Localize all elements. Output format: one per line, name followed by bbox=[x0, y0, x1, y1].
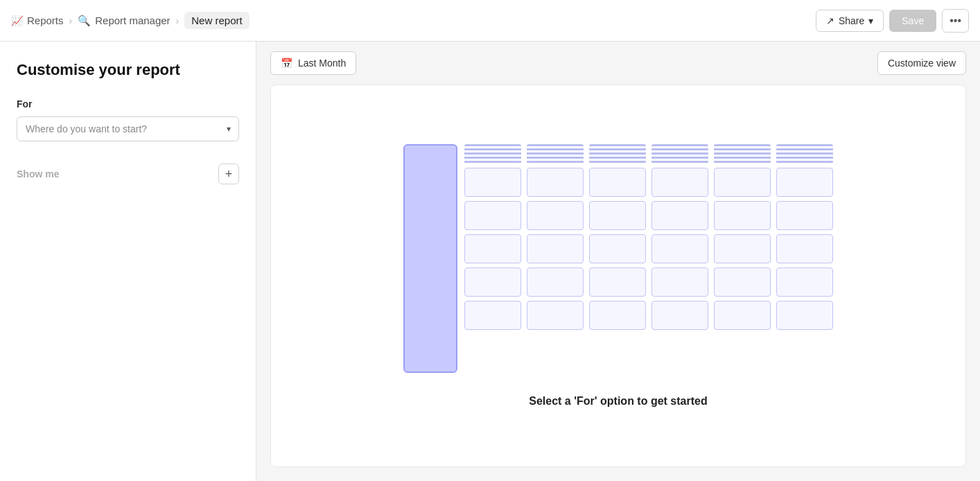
plus-icon: + bbox=[225, 167, 233, 182]
skeleton-cell-5-5 bbox=[714, 301, 771, 330]
skeleton-cell-2-6 bbox=[776, 201, 833, 230]
skeleton-cell-1-5 bbox=[714, 168, 771, 197]
app-header: 📈 Reports › 🔍 Report manager › New repor… bbox=[0, 0, 980, 42]
breadcrumb: 📈 Reports › 🔍 Report manager › New repor… bbox=[11, 12, 250, 29]
breadcrumb-sep-1: › bbox=[69, 15, 73, 26]
breadcrumb-sep-2: › bbox=[176, 15, 180, 26]
skeleton-cell-4-6 bbox=[776, 268, 833, 297]
skeleton-cell-5-6 bbox=[776, 301, 833, 330]
skeleton-cell-2-4 bbox=[651, 201, 708, 230]
skeleton-cell-5-1 bbox=[464, 301, 521, 330]
skeleton-cell-4-3 bbox=[589, 268, 646, 297]
skeleton-cell-5-3 bbox=[589, 301, 646, 330]
skeleton-header-2 bbox=[527, 144, 584, 164]
skeleton-header-4 bbox=[651, 144, 708, 164]
skeleton-cell-4-4 bbox=[651, 268, 708, 297]
skeleton-rest-cols bbox=[464, 144, 833, 373]
share-label: Share bbox=[839, 15, 864, 26]
reports-label: Reports bbox=[27, 15, 64, 26]
manager-icon: 🔍 bbox=[78, 15, 91, 27]
date-label: Last Month bbox=[298, 58, 346, 69]
skeleton-cell-1-4 bbox=[651, 168, 708, 197]
skeleton-header-3 bbox=[589, 144, 646, 164]
more-button[interactable]: ••• bbox=[942, 9, 969, 33]
skeleton-row-2 bbox=[464, 201, 833, 230]
share-button[interactable]: ↗ Share ▾ bbox=[816, 10, 884, 32]
skeleton-cell-2-2 bbox=[527, 201, 584, 230]
share-dropdown-icon: ▾ bbox=[868, 15, 873, 26]
show-me-label: Show me bbox=[17, 168, 59, 180]
for-label: For bbox=[17, 98, 239, 110]
date-filter-button[interactable]: 📅 Last Month bbox=[270, 51, 356, 75]
content-area: 📅 Last Month Customize view bbox=[256, 42, 980, 481]
skeleton-cell-3-6 bbox=[776, 234, 833, 263]
skeleton-cell-1-6 bbox=[776, 168, 833, 197]
skeleton-row-1 bbox=[464, 168, 833, 197]
skeleton-cell-2-1 bbox=[464, 201, 521, 230]
skeleton-cell-2-3 bbox=[589, 201, 646, 230]
add-show-me-button[interactable]: + bbox=[218, 164, 239, 184]
skeleton-first-col bbox=[403, 144, 457, 373]
more-icon: ••• bbox=[950, 15, 961, 26]
empty-state-text: Select a 'For' option to get started bbox=[529, 395, 707, 408]
save-button[interactable]: Save bbox=[889, 10, 936, 32]
for-select[interactable]: Where do you want to start? bbox=[17, 116, 239, 141]
skeleton-cell-5-4 bbox=[651, 301, 708, 330]
skeleton-row-4 bbox=[464, 268, 833, 297]
skeleton-row-3 bbox=[464, 234, 833, 263]
content-toolbar: 📅 Last Month Customize view bbox=[256, 42, 980, 85]
share-icon: ↗ bbox=[826, 15, 834, 26]
skeleton-cell-1-1 bbox=[464, 168, 521, 197]
header-actions: ↗ Share ▾ Save ••• bbox=[816, 9, 969, 33]
breadcrumb-new-report[interactable]: New report bbox=[184, 12, 249, 29]
report-manager-label: Report manager bbox=[95, 15, 170, 26]
skeleton-header-6 bbox=[776, 144, 833, 164]
skeleton-cell-2-5 bbox=[714, 201, 771, 230]
show-me-row: Show me + bbox=[17, 164, 239, 184]
reports-icon: 📈 bbox=[11, 15, 23, 26]
sidebar: Customise your report For Where do you w… bbox=[0, 42, 256, 481]
skeleton-header-1 bbox=[464, 144, 521, 164]
breadcrumb-reports[interactable]: 📈 Reports bbox=[11, 15, 64, 26]
breadcrumb-report-manager[interactable]: 🔍 Report manager bbox=[78, 15, 170, 27]
skeleton-cell-1-3 bbox=[589, 168, 646, 197]
skeleton-cell-3-4 bbox=[651, 234, 708, 263]
new-report-label: New report bbox=[191, 15, 242, 26]
sidebar-title: Customise your report bbox=[17, 61, 239, 79]
skeleton-cell-3-2 bbox=[527, 234, 584, 263]
skeleton-row-5 bbox=[464, 301, 833, 330]
for-select-wrapper[interactable]: Where do you want to start? ▾ bbox=[17, 116, 239, 141]
skeleton-header-5 bbox=[714, 144, 771, 164]
skeleton-header-row bbox=[464, 144, 833, 164]
skeleton-cell-1-2 bbox=[527, 168, 584, 197]
table-skeleton bbox=[403, 144, 833, 373]
main-layout: Customise your report For Where do you w… bbox=[0, 42, 980, 481]
skeleton-cell-3-1 bbox=[464, 234, 521, 263]
skeleton-cell-4-5 bbox=[714, 268, 771, 297]
skeleton-cell-3-5 bbox=[714, 234, 771, 263]
skeleton-cell-4-1 bbox=[464, 268, 521, 297]
preview-card: Select a 'For' option to get started bbox=[270, 85, 966, 467]
skeleton-cell-3-3 bbox=[589, 234, 646, 263]
skeleton-cell-4-2 bbox=[527, 268, 584, 297]
customize-view-button[interactable]: Customize view bbox=[877, 51, 966, 75]
skeleton-cell-5-2 bbox=[527, 301, 584, 330]
calendar-icon: 📅 bbox=[281, 58, 292, 69]
